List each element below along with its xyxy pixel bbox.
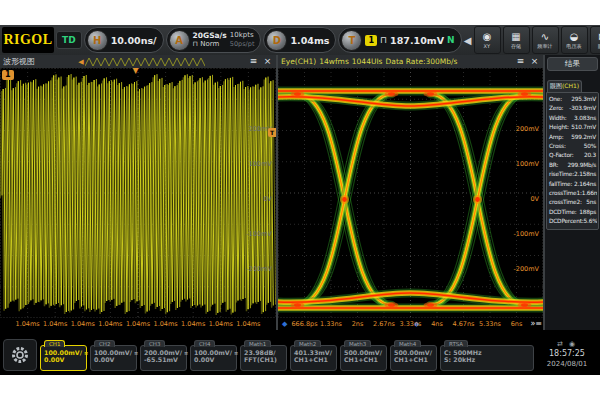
ch1-status-box[interactable]: CH1100.00mV/≡0.00V <box>40 345 87 371</box>
channel1-badge[interactable]: 1 <box>2 70 14 80</box>
trigger-position-marker-icon[interactable]: ▼ <box>132 68 138 75</box>
delay-settings-pill[interactable]: D 1.04ms <box>263 27 336 53</box>
eye-menu-icon[interactable]: ≡ <box>515 55 526 68</box>
tool-storage-button[interactable]: ▦存储 <box>503 26 530 54</box>
waveform-trace <box>0 68 276 318</box>
result-label: crossTime1: <box>549 189 582 198</box>
tool-label: 电压表 <box>566 43 581 49</box>
trigger-level-tag[interactable]: T <box>268 128 276 137</box>
waveform-overview[interactable]: ◀ <box>78 57 204 67</box>
x-axis-label: 1.04ms <box>71 320 95 328</box>
y-axis-label: 0V <box>530 195 539 203</box>
y-axis-label: 100mV <box>249 160 272 168</box>
x-axis-label: 1.04ms <box>126 320 150 328</box>
y-axis-label: -100mV <box>246 230 272 238</box>
waveform-close-icon[interactable]: × <box>262 55 273 68</box>
clock-box[interactable]: ⇄ ◉ 18:57:25 2024/08/01 <box>537 337 597 371</box>
sample-interval: 50ps/pt <box>230 40 255 49</box>
results-tab-channel: (CH1) <box>562 82 579 89</box>
result-value: 5.6% <box>584 217 597 226</box>
channel-offset: 0.00V <box>44 356 83 363</box>
channel-tab: Math4 <box>394 340 421 347</box>
tool-label: XY <box>484 43 491 49</box>
eye-plot[interactable]: 200mV100mV0V-100mV-200mV <box>278 68 543 318</box>
toolbar-scroll-left-button[interactable]: ◀ <box>464 35 472 46</box>
result-row: DCDPercent:5.6% <box>548 217 597 226</box>
result-value: 188ps <box>579 208 596 217</box>
results-title: 结果 <box>547 57 598 71</box>
eye-axis-marker-icon[interactable]: ◆ <box>282 320 287 328</box>
eye-close-icon[interactable]: × <box>529 55 540 68</box>
eye-diagram-panel: Eye(CH1) 14wfms 1044UIs Data Rate:300Mb/… <box>278 55 545 330</box>
waveform-plot[interactable]: 1 ▼ 200mV100mV0V-100mV-200mV T <box>0 68 276 318</box>
waveform-view-panel: 波形视图 ◀ ≡ × 1 ▼ 200mV100mV0V-100mV-200mV … <box>0 55 278 330</box>
rtsa-status-box[interactable]: RTSAC: 500MHzS: 20kHz <box>440 345 534 371</box>
result-value: 2.158ns <box>574 170 596 179</box>
results-tab[interactable]: 眼图(CH1) <box>547 80 582 92</box>
channel-tab: RTSA <box>444 340 468 347</box>
y-axis-label: 200mV <box>516 125 539 133</box>
delay-knob[interactable]: D <box>266 30 287 51</box>
result-row: Cross:50% <box>548 142 597 151</box>
x-axis-label: 1.04ms <box>181 320 205 328</box>
trigger-settings-pill[interactable]: T 1 ⊓ 187.10mV N <box>338 27 461 53</box>
tool-label: 存储 <box>511 43 521 49</box>
delay-value: 1.04ms <box>290 35 329 46</box>
y-axis-label: 0V <box>263 195 272 203</box>
result-label: Cross: <box>549 142 566 151</box>
channel-scale: 200.00mV/ <box>144 349 182 356</box>
result-value: 599.2mV <box>571 133 596 142</box>
result-row: crossTime2:5ns <box>548 198 597 207</box>
eye-panel-header[interactable]: Eye(CH1) 14wfms 1044UIs Data Rate:300Mb/… <box>278 55 543 68</box>
acquisition-settings-pill[interactable]: A 20GSa/s ⊓ Norm 10kpts 50ps/pt <box>166 27 262 53</box>
result-row: Width:3.083ns <box>548 114 597 123</box>
tool-counter-button[interactable]: ∿频率计 <box>532 26 559 54</box>
tool-voltmeter-button[interactable]: ◒电压表 <box>561 26 588 54</box>
horizontal-settings-pill[interactable]: H 10.00ns/ <box>84 27 164 53</box>
channel-offset: CH1+CH1 <box>344 356 383 363</box>
result-row: fallTime:2.164ns <box>548 180 597 189</box>
math3-status-box[interactable]: Math3500.00mV/CH1+CH1 <box>340 345 387 371</box>
eye-expand-menu-icon[interactable]: »≡ <box>530 319 542 328</box>
result-value: 1.66ns <box>582 189 597 198</box>
waveform-panel-title: 波形视图 <box>3 56 35 67</box>
x-axis-label: 1.04ms <box>15 320 39 328</box>
tool-eye-diagram-button[interactable]: ⋈眼图 <box>590 26 600 54</box>
settings-gear-button[interactable] <box>3 339 37 371</box>
x-axis-label: 5.33ns <box>479 320 501 328</box>
channel-offset: -65.51mV <box>144 356 183 363</box>
math1-status-box[interactable]: Math123.98dB/FFT(CH1) <box>240 345 287 371</box>
ch3-status-box[interactable]: CH3200.00mV/≡-65.51mV <box>140 345 187 371</box>
ch2-status-box[interactable]: CH2100.00mV/≡0.00V <box>90 345 137 371</box>
bandwidth-icon: ≡ <box>84 350 88 356</box>
channel-tab: CH2 <box>94 340 115 347</box>
channel-tab: Math3 <box>344 340 371 347</box>
result-value: 3.083ns <box>574 114 596 123</box>
y-axis-label: -200mV <box>246 265 272 273</box>
waveform-menu-icon[interactable]: ≡ <box>248 55 259 68</box>
counter-icon: ∿ <box>541 31 549 42</box>
tool-xy-button[interactable]: ◉XY <box>474 26 501 54</box>
horizontal-knob[interactable]: H <box>87 30 108 51</box>
waveform-panel-header[interactable]: 波形视图 ◀ ≡ × <box>0 55 276 68</box>
result-value: 20.3 <box>584 151 596 160</box>
x-axis-label: 1.04ms <box>236 320 260 328</box>
acquisition-knob[interactable]: A <box>169 30 190 51</box>
bottom-bar: CH1100.00mV/≡0.00VCH2100.00mV/≡0.00VCH32… <box>0 330 600 375</box>
math2-status-box[interactable]: Math2401.33mV/CH1+CH1 <box>290 345 337 371</box>
gear-icon <box>10 345 30 365</box>
result-row: Q-Factor:20.3 <box>548 151 597 160</box>
y-axis-label: 100mV <box>516 160 539 168</box>
results-list: One:295.3mVZero:-303.9mVWidth:3.083nsHei… <box>546 92 599 230</box>
trigger-knob[interactable]: T <box>341 30 362 51</box>
x-axis-label: 1.04ms <box>43 320 67 328</box>
timebase-value: 10.00ns/ <box>111 35 157 46</box>
channel-scale: 100.00mV/ <box>44 349 82 356</box>
result-label: BR: <box>549 161 558 170</box>
result-value: 510.7mV <box>571 123 596 132</box>
ch4-status-box[interactable]: CH4100.00mV/≡0.00V <box>190 345 237 371</box>
channel-tab: CH3 <box>144 340 165 347</box>
oscilloscope-screen: RIGOL TD H 10.00ns/ A 20GSa/s ⊓ Norm 10k… <box>0 25 600 375</box>
math4-status-box[interactable]: Math4500.00mV/CH1+CH1 <box>390 345 437 371</box>
result-value: 5ns <box>586 198 596 207</box>
